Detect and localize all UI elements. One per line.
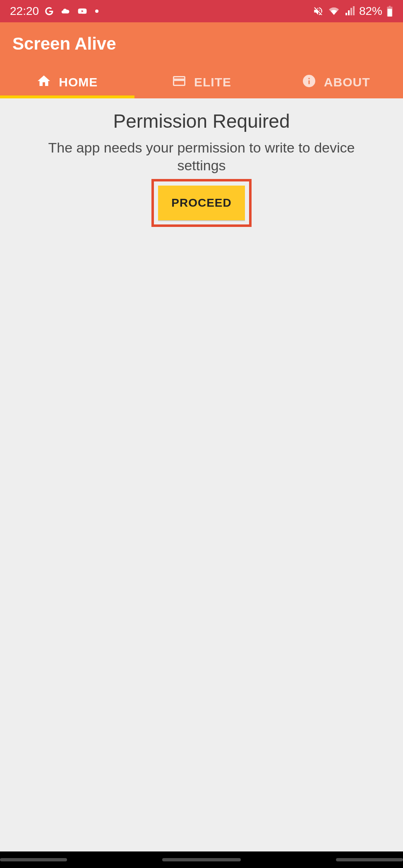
status-right: 82% bbox=[313, 5, 393, 18]
app-bar: Screen Alive HOME ELITE ABOUT bbox=[0, 22, 403, 98]
content-area: Permission Required The app needs your p… bbox=[0, 98, 403, 851]
tab-label: HOME bbox=[59, 75, 98, 89]
tab-label: ELITE bbox=[194, 75, 231, 89]
tab-about[interactable]: ABOUT bbox=[269, 66, 403, 98]
nav-recent[interactable] bbox=[0, 858, 67, 861]
battery-icon bbox=[386, 6, 393, 17]
notification-dot-icon bbox=[95, 10, 98, 13]
status-bar: 22:20 82% bbox=[0, 0, 403, 22]
highlight-box: PROCEED bbox=[151, 179, 252, 227]
wifi-icon bbox=[328, 6, 340, 16]
cloud-icon bbox=[60, 7, 71, 16]
tab-elite[interactable]: ELITE bbox=[134, 66, 269, 98]
android-nav-bar bbox=[0, 851, 403, 868]
app-title: Screen Alive bbox=[0, 22, 403, 66]
youtube-icon bbox=[76, 7, 89, 16]
proceed-button[interactable]: PROCEED bbox=[158, 186, 245, 220]
mute-icon bbox=[313, 6, 324, 17]
tab-bar: HOME ELITE ABOUT bbox=[0, 66, 403, 98]
battery-percent: 82% bbox=[359, 5, 382, 18]
tab-label: ABOUT bbox=[324, 75, 370, 89]
google-icon bbox=[44, 6, 55, 17]
status-time: 22:20 bbox=[10, 5, 39, 18]
nav-back[interactable] bbox=[336, 858, 403, 861]
card-icon bbox=[172, 74, 187, 91]
permission-title: Permission Required bbox=[0, 110, 403, 132]
permission-description: The app needs your permission to write t… bbox=[36, 139, 367, 174]
device-frame: 22:20 82% bbox=[0, 0, 403, 868]
tab-home[interactable]: HOME bbox=[0, 66, 134, 98]
info-icon bbox=[302, 74, 317, 91]
status-left: 22:20 bbox=[10, 5, 98, 18]
nav-home[interactable] bbox=[162, 858, 240, 861]
home-icon bbox=[36, 74, 51, 91]
signal-icon bbox=[344, 6, 355, 16]
